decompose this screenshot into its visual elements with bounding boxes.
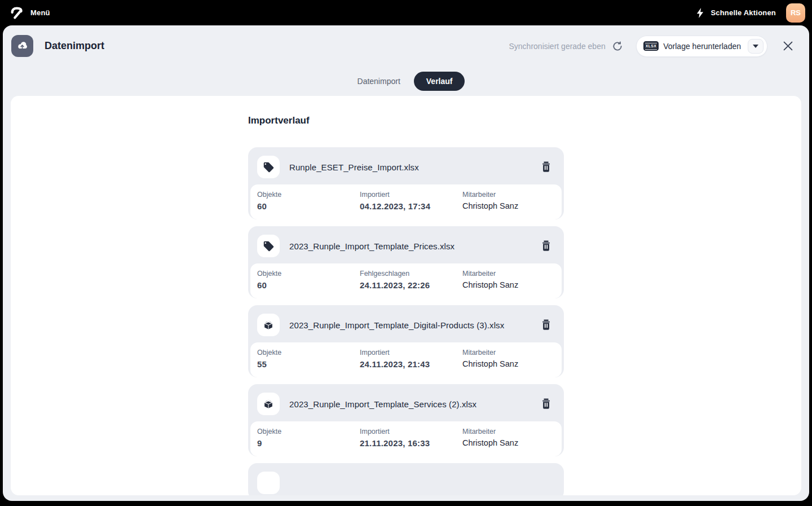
- objects-count: 60: [257, 201, 360, 211]
- employee-name: Christoph Sanz: [462, 438, 555, 447]
- trash-icon[interactable]: [539, 160, 553, 174]
- import-details: Objekte 60 Importiert 04.12.2023, 17:34 …: [250, 184, 562, 219]
- import-date: 04.12.2023, 17:34: [360, 201, 462, 211]
- download-options-dropdown[interactable]: [748, 39, 764, 54]
- section-heading: Importverlauf: [248, 115, 564, 126]
- objects-count: 9: [257, 438, 360, 448]
- import-list-item: 2023_Runple_Import_Template_Digital-Prod…: [248, 305, 564, 377]
- xlsx-file-icon: XLSX: [643, 41, 659, 51]
- close-icon[interactable]: [780, 38, 796, 54]
- download-template-label: Vorlage herunterladen: [663, 42, 741, 51]
- status-label: Importiert: [360, 428, 462, 435]
- import-filename: 2023_Runple_Import_Template_Prices.xlsx: [289, 241, 539, 251]
- user-avatar[interactable]: RS: [786, 3, 805, 23]
- topbar: Menü Schnelle Aktionen RS: [0, 0, 812, 25]
- import-date: 21.11.2023, 16:33: [360, 438, 462, 448]
- file-icon: [257, 472, 280, 494]
- menu-button[interactable]: Menü: [30, 8, 50, 17]
- objects-count: 60: [257, 280, 360, 290]
- import-date: 24.11.2023, 22:26: [360, 280, 462, 290]
- objects-label: Objekte: [257, 191, 360, 199]
- objects-label: Objekte: [257, 349, 360, 357]
- refresh-icon[interactable]: [610, 39, 625, 54]
- page-title: Datenimport: [45, 40, 104, 52]
- trash-icon[interactable]: [539, 397, 553, 411]
- runple-logo-icon[interactable]: [9, 5, 25, 21]
- lightning-bolt-icon: [695, 8, 705, 18]
- employee-label: Mitarbeiter: [462, 428, 555, 435]
- employee-label: Mitarbeiter: [462, 191, 555, 199]
- tag-icon: [257, 235, 280, 257]
- trash-icon[interactable]: [539, 239, 553, 253]
- import-list-item: 2023_Runple_Import_Template_Prices.xlsx …: [248, 226, 564, 298]
- trash-icon[interactable]: [539, 318, 553, 332]
- objects-count: 55: [257, 359, 360, 369]
- status-label: Importiert: [360, 349, 462, 357]
- import-details: Objekte 60 Fehlgeschlagen 24.11.2023, 22…: [250, 263, 562, 298]
- page-header: Datenimport Synchronisiert gerade eben X…: [3, 25, 809, 67]
- chevron-down-icon: [753, 45, 758, 48]
- employee-name: Christoph Sanz: [462, 201, 555, 210]
- status-label: Fehlgeschlagen: [360, 270, 462, 278]
- import-history-card: Importverlauf Runple_ESET_Preise_Import.…: [11, 96, 801, 495]
- import-details: Objekte 55 Importiert 24.11.2023, 21:43 …: [250, 342, 562, 377]
- package-icon: [257, 314, 280, 336]
- status-label: Importiert: [360, 191, 462, 199]
- import-date: 24.11.2023, 21:43: [360, 359, 462, 369]
- datenimport-panel: Datenimport Synchronisiert gerade eben X…: [3, 25, 809, 501]
- import-details: Objekte 9 Importiert 21.11.2023, 16:33 M…: [250, 421, 562, 456]
- employee-name: Christoph Sanz: [462, 359, 555, 368]
- quick-actions-button[interactable]: Schnelle Aktionen: [710, 8, 776, 17]
- import-filename: 2023_Runple_Import_Template_Digital-Prod…: [289, 320, 539, 330]
- tabs: Datenimport Verlauf: [3, 67, 809, 96]
- employee-label: Mitarbeiter: [462, 270, 555, 278]
- tag-icon: [257, 156, 280, 178]
- import-filename: 2023_Runple_Import_Template_Services (2)…: [289, 399, 539, 409]
- tab-datenimport[interactable]: Datenimport: [347, 72, 411, 91]
- employee-label: Mitarbeiter: [462, 349, 555, 357]
- download-template-button[interactable]: XLSX Vorlage herunterladen: [636, 36, 767, 57]
- package-icon: [257, 393, 280, 415]
- objects-label: Objekte: [257, 428, 360, 435]
- import-list-item-partial: [248, 463, 564, 495]
- employee-name: Christoph Sanz: [462, 280, 555, 289]
- cloud-upload-icon: [11, 35, 33, 57]
- import-list-item: 2023_Runple_Import_Template_Services (2)…: [248, 384, 564, 456]
- sync-status-text: Synchronisiert gerade eben: [509, 42, 606, 51]
- import-filename: Runple_ESET_Preise_Import.xlsx: [289, 162, 539, 172]
- import-list-item: Runple_ESET_Preise_Import.xlsx Objekte: [248, 147, 564, 219]
- tab-verlauf[interactable]: Verlauf: [414, 72, 465, 91]
- objects-label: Objekte: [257, 270, 360, 278]
